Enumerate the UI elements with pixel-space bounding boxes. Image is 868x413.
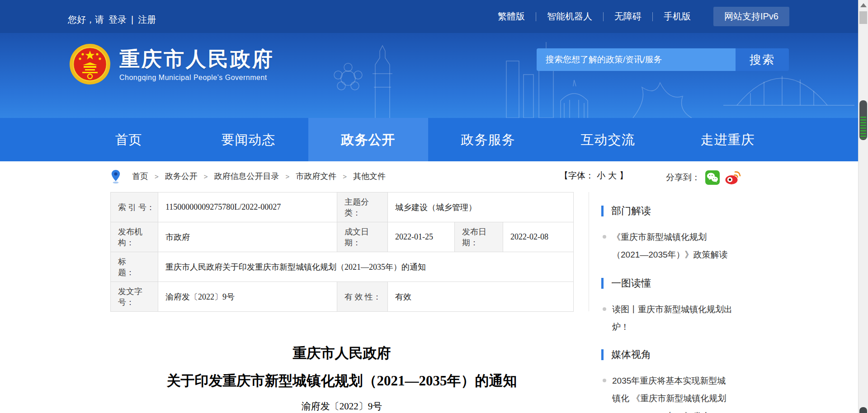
breadcrumb-separator: > bbox=[343, 173, 347, 180]
breadcrumb-separator: > bbox=[204, 173, 208, 180]
sidebar-item-media-article[interactable]: 2035年重庆将基本实现新型城镇化 《重庆市新型城镇化规划（2021—2035年… bbox=[601, 372, 733, 413]
site-name-block: 重庆市人民政府 Chongqing Municipal People's Gov… bbox=[119, 43, 274, 85]
document-issuing-org: 重庆市人民政府 bbox=[110, 344, 573, 362]
table-row: 标 题： 重庆市人民政府关于印发重庆市新型城镇化规划（2021—2035年）的通… bbox=[111, 252, 574, 282]
validity-value: 有效 bbox=[388, 282, 574, 312]
site-search: 搜索 bbox=[537, 48, 789, 71]
breadcrumb-gov-disclosure[interactable]: 政务公开 bbox=[165, 171, 198, 182]
section-accent-bar bbox=[601, 349, 604, 360]
nav-item-gov-disclosure[interactable]: 政务公开 bbox=[308, 118, 428, 161]
doc-number-value: 渝府发〔2022〕9号 bbox=[158, 282, 337, 312]
site-logo: 重庆市人民政府 Chongqing Municipal People's Gov… bbox=[69, 43, 274, 85]
nav-item-about-chongqing[interactable]: 走进重庆 bbox=[668, 118, 788, 161]
issuer-value: 市政府 bbox=[158, 222, 337, 252]
title-label: 标 题： bbox=[111, 252, 158, 282]
page: 您好，请 登录 | 注册 繁體版 智能机器人 无障碍 手机版 网站支持IPv6 bbox=[0, 0, 868, 413]
index-number-label: 索 引 号： bbox=[111, 192, 158, 222]
top-links: 繁體版 智能机器人 无障碍 手机版 网站支持IPv6 bbox=[487, 0, 789, 33]
section-title: 部门解读 bbox=[611, 204, 651, 218]
font-tools-prefix: 【字体： bbox=[560, 170, 594, 182]
section-title: 媒体视角 bbox=[611, 348, 651, 361]
validity-label: 有 效 性： bbox=[337, 282, 388, 312]
location-pin-icon bbox=[111, 169, 121, 184]
nav-item-interaction[interactable]: 互动交流 bbox=[548, 118, 668, 161]
scrollbar-up-arrow-icon[interactable] bbox=[860, 3, 867, 7]
site-subtitle: Chongqing Municipal People's Government bbox=[119, 74, 274, 82]
breadcrumb-info-catalog[interactable]: 政府信息公开目录 bbox=[214, 171, 279, 182]
traditional-chinese-link[interactable]: 繁體版 bbox=[487, 10, 536, 23]
publish-date-label: 发布日期： bbox=[455, 222, 503, 252]
written-date-label: 成文日期： bbox=[337, 222, 388, 252]
breadcrumb: 首页 > 政务公开 > 政府信息公开目录 > 市政府文件 > 其他文件 bbox=[132, 171, 386, 182]
login-register-divider: | bbox=[131, 14, 133, 25]
sidebar-item-infographic[interactable]: 读图丨重庆市新型城镇化规划出炉！ bbox=[601, 300, 733, 336]
main-content: 首页 > 政务公开 > 政府信息公开目录 > 市政府文件 > 其他文件 【字体：… bbox=[0, 161, 858, 413]
scrollbar-green-widget[interactable] bbox=[859, 100, 867, 140]
nav-item-news[interactable]: 要闻动态 bbox=[189, 118, 308, 161]
mobile-version-link[interactable]: 手机版 bbox=[653, 10, 702, 23]
top-utility-bar: 您好，请 登录 | 注册 繁體版 智能机器人 无障碍 手机版 网站支持IPv6 bbox=[0, 0, 858, 33]
document-metadata-table: 索 引 号： 11500000009275780L/2022-00027 主题分… bbox=[110, 192, 574, 312]
nav-item-gov-services[interactable]: 政务服务 bbox=[428, 118, 548, 161]
section-accent-bar bbox=[601, 278, 604, 289]
sidebar-section-media-view: 媒体视角 bbox=[601, 348, 651, 361]
nav-items: 首页 要闻动态 政务公开 政务服务 互动交流 走进重庆 bbox=[0, 118, 858, 161]
ipv6-support-badge[interactable]: 网站支持IPv6 bbox=[713, 7, 789, 26]
smart-robot-link[interactable]: 智能机器人 bbox=[536, 10, 603, 23]
breadcrumb-separator: > bbox=[286, 173, 290, 180]
column-divider bbox=[589, 192, 589, 311]
accessibility-link[interactable]: 无障碍 bbox=[604, 10, 652, 23]
browser-scrollbar[interactable] bbox=[858, 0, 868, 413]
related-links-sidebar: 部门解读 《重庆市新型城镇化规划（2021—2035年）》政策解读 一图读懂 读… bbox=[601, 161, 755, 413]
widget-stripes bbox=[860, 117, 866, 139]
doc-number-label: 发文字号： bbox=[111, 282, 158, 312]
user-greeting-area: 您好，请 登录 | 注册 bbox=[68, 14, 156, 26]
national-emblem-icon bbox=[69, 43, 111, 85]
publish-date-value: 2022-02-08 bbox=[503, 222, 574, 252]
scrollbar-bottom-widget[interactable] bbox=[859, 407, 867, 413]
search-input[interactable] bbox=[537, 48, 736, 71]
search-button[interactable]: 搜索 bbox=[736, 48, 789, 71]
index-number-value: 11500000009275780L/2022-00027 bbox=[158, 192, 337, 222]
breadcrumb-other-documents[interactable]: 其他文件 bbox=[353, 171, 386, 182]
written-date-value: 2022-01-25 bbox=[388, 222, 455, 252]
register-link[interactable]: 注册 bbox=[138, 14, 156, 26]
site-title: 重庆市人民政府 bbox=[119, 47, 274, 71]
login-link[interactable]: 登录 bbox=[108, 14, 127, 26]
breadcrumb-home[interactable]: 首页 bbox=[132, 171, 148, 182]
greeting-text: 您好，请 bbox=[68, 14, 104, 26]
breadcrumb-separator: > bbox=[155, 173, 159, 180]
document-number: 渝府发〔2022〕9号 bbox=[110, 400, 573, 413]
sidebar-item-policy-interpretation[interactable]: 《重庆市新型城镇化规划（2021—2035年）》政策解读 bbox=[601, 228, 733, 263]
topic-category-value: 城乡建设（城乡管理） bbox=[388, 192, 574, 222]
table-row: 发文字号： 渝府发〔2022〕9号 有 效 性： 有效 bbox=[111, 282, 574, 312]
city-skyline-decoration bbox=[316, 33, 858, 118]
table-row: 发布机构： 市政府 成文日期： 2022-01-25 发布日期： 2022-02… bbox=[111, 222, 574, 252]
topic-category-label: 主题分类： bbox=[337, 192, 388, 222]
nav-item-home[interactable]: 首页 bbox=[69, 118, 189, 161]
scrollbar-thumb[interactable] bbox=[859, 11, 867, 24]
sidebar-section-infographic: 一图读懂 bbox=[601, 277, 651, 290]
primary-navigation: 首页 要闻动态 政务公开 政务服务 互动交流 走进重庆 bbox=[0, 118, 858, 161]
section-title: 一图读懂 bbox=[611, 277, 651, 290]
section-accent-bar bbox=[601, 206, 604, 216]
document-title: 关于印发重庆市新型城镇化规划（2021—2035年）的通知 bbox=[110, 372, 573, 390]
title-value: 重庆市人民政府关于印发重庆市新型城镇化规划（2021—2035年）的通知 bbox=[158, 252, 574, 282]
breadcrumb-city-documents[interactable]: 市政府文件 bbox=[296, 171, 336, 182]
issuer-label: 发布机构： bbox=[111, 222, 158, 252]
sidebar-section-dept-interpretation: 部门解读 bbox=[601, 204, 651, 218]
table-row: 索 引 号： 11500000009275780L/2022-00027 主题分… bbox=[111, 192, 574, 222]
site-header: 重庆市人民政府 Chongqing Municipal People's Gov… bbox=[0, 33, 858, 118]
